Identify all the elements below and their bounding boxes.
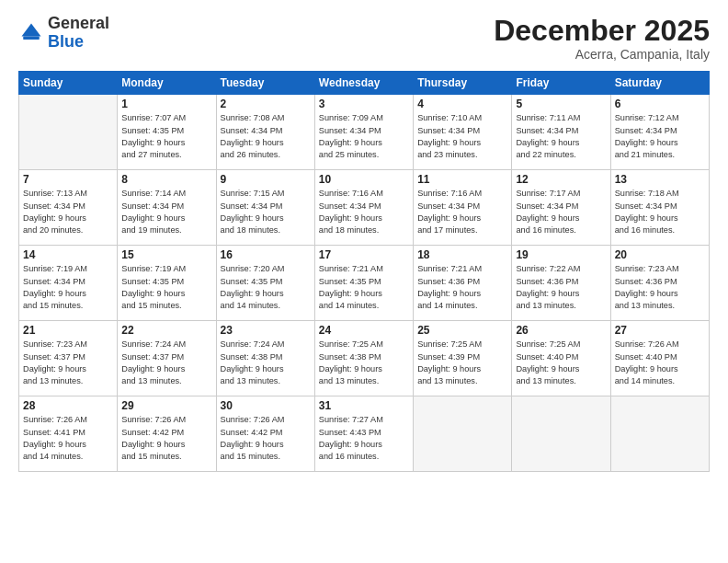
svg-marker-1 [22, 23, 41, 36]
calendar-cell: 30Sunrise: 7:26 AMSunset: 4:42 PMDayligh… [216, 396, 314, 472]
day-number: 29 [121, 399, 211, 412]
day-info: Sunrise: 7:18 AMSunset: 4:34 PMDaylight:… [615, 188, 705, 236]
calendar-table: SundayMondayTuesdayWednesdayThursdayFrid… [18, 71, 710, 472]
day-info: Sunrise: 7:21 AMSunset: 4:36 PMDaylight:… [417, 263, 507, 312]
day-number: 2 [221, 98, 311, 110]
days-header-row: SundayMondayTuesdayWednesdayThursdayFrid… [19, 72, 710, 95]
page: General Blue December 2025 Acerra, Campa… [0, 0, 728, 563]
calendar-cell: 28Sunrise: 7:26 AMSunset: 4:41 PMDayligh… [19, 396, 118, 472]
day-info: Sunrise: 7:25 AMSunset: 4:40 PMDaylight:… [516, 339, 606, 387]
logo-general: General [48, 15, 109, 33]
day-number: 22 [121, 324, 211, 337]
day-number: 12 [516, 173, 606, 186]
calendar-cell: 2Sunrise: 7:08 AMSunset: 4:34 PMDaylight… [216, 95, 314, 170]
day-info: Sunrise: 7:25 AMSunset: 4:38 PMDaylight:… [319, 339, 409, 387]
week-row-1: 7Sunrise: 7:13 AMSunset: 4:34 PMDaylight… [19, 170, 710, 246]
calendar-cell: 17Sunrise: 7:21 AMSunset: 4:35 PMDayligh… [314, 246, 413, 321]
calendar-cell: 27Sunrise: 7:26 AMSunset: 4:40 PMDayligh… [610, 321, 709, 396]
day-header-thursday: Thursday [414, 72, 512, 95]
calendar-cell: 31Sunrise: 7:27 AMSunset: 4:43 PMDayligh… [314, 396, 413, 472]
day-info: Sunrise: 7:19 AMSunset: 4:34 PMDaylight:… [23, 263, 113, 312]
day-number: 19 [516, 248, 606, 261]
day-info: Sunrise: 7:13 AMSunset: 4:34 PMDaylight:… [23, 188, 113, 236]
day-number: 4 [417, 98, 507, 110]
day-info: Sunrise: 7:16 AMSunset: 4:34 PMDaylight:… [319, 188, 409, 236]
day-header-monday: Monday [118, 72, 216, 95]
day-info: Sunrise: 7:24 AMSunset: 4:37 PMDaylight:… [121, 339, 211, 387]
calendar-cell: 21Sunrise: 7:23 AMSunset: 4:37 PMDayligh… [19, 321, 118, 396]
day-number: 5 [516, 98, 606, 110]
day-info: Sunrise: 7:20 AMSunset: 4:35 PMDaylight:… [221, 263, 311, 312]
day-info: Sunrise: 7:23 AMSunset: 4:37 PMDaylight:… [23, 339, 113, 387]
day-number: 7 [23, 173, 113, 186]
day-number: 8 [121, 173, 211, 186]
week-row-0: 1Sunrise: 7:07 AMSunset: 4:35 PMDaylight… [19, 95, 710, 170]
day-info: Sunrise: 7:09 AMSunset: 4:34 PMDaylight:… [319, 112, 409, 161]
calendar-cell: 18Sunrise: 7:21 AMSunset: 4:36 PMDayligh… [414, 246, 512, 321]
day-number: 20 [615, 248, 705, 261]
day-number: 10 [319, 173, 409, 186]
day-info: Sunrise: 7:11 AMSunset: 4:34 PMDaylight:… [516, 112, 606, 161]
week-row-4: 28Sunrise: 7:26 AMSunset: 4:41 PMDayligh… [19, 396, 710, 472]
day-header-tuesday: Tuesday [216, 72, 314, 95]
calendar-cell: 14Sunrise: 7:19 AMSunset: 4:34 PMDayligh… [19, 246, 118, 321]
day-number: 24 [319, 324, 409, 337]
day-info: Sunrise: 7:17 AMSunset: 4:34 PMDaylight:… [516, 188, 606, 236]
day-header-friday: Friday [512, 72, 610, 95]
day-number: 18 [417, 248, 507, 261]
calendar-cell: 20Sunrise: 7:23 AMSunset: 4:36 PMDayligh… [610, 246, 709, 321]
day-info: Sunrise: 7:26 AMSunset: 4:41 PMDaylight:… [23, 414, 113, 463]
calendar-cell: 10Sunrise: 7:16 AMSunset: 4:34 PMDayligh… [314, 170, 413, 246]
calendar-cell [414, 396, 512, 472]
calendar-cell: 23Sunrise: 7:24 AMSunset: 4:38 PMDayligh… [216, 321, 314, 396]
day-info: Sunrise: 7:15 AMSunset: 4:34 PMDaylight:… [221, 188, 311, 236]
day-number: 26 [516, 324, 606, 337]
day-number: 6 [615, 98, 705, 110]
logo-icon [18, 20, 44, 46]
location: Acerra, Campania, Italy [494, 47, 710, 62]
day-info: Sunrise: 7:26 AMSunset: 4:42 PMDaylight:… [221, 414, 311, 463]
calendar-cell: 29Sunrise: 7:26 AMSunset: 4:42 PMDayligh… [118, 396, 216, 472]
calendar-cell: 13Sunrise: 7:18 AMSunset: 4:34 PMDayligh… [610, 170, 709, 246]
day-info: Sunrise: 7:22 AMSunset: 4:36 PMDaylight:… [516, 263, 606, 312]
day-number: 31 [319, 399, 409, 412]
calendar-cell: 3Sunrise: 7:09 AMSunset: 4:34 PMDaylight… [314, 95, 413, 170]
calendar-cell: 4Sunrise: 7:10 AMSunset: 4:34 PMDaylight… [414, 95, 512, 170]
day-number: 25 [417, 324, 507, 337]
calendar-cell: 12Sunrise: 7:17 AMSunset: 4:34 PMDayligh… [512, 170, 610, 246]
day-number: 14 [23, 248, 113, 261]
calendar-cell: 5Sunrise: 7:11 AMSunset: 4:34 PMDaylight… [512, 95, 610, 170]
day-number: 30 [221, 399, 311, 412]
day-info: Sunrise: 7:12 AMSunset: 4:34 PMDaylight:… [615, 112, 705, 161]
day-number: 28 [23, 399, 113, 412]
day-number: 27 [615, 324, 705, 337]
header: General Blue December 2025 Acerra, Campa… [18, 15, 710, 62]
day-info: Sunrise: 7:16 AMSunset: 4:34 PMDaylight:… [417, 188, 507, 236]
day-info: Sunrise: 7:27 AMSunset: 4:43 PMDaylight:… [319, 414, 409, 463]
day-header-saturday: Saturday [610, 72, 709, 95]
title-block: December 2025 Acerra, Campania, Italy [494, 15, 710, 62]
day-info: Sunrise: 7:26 AMSunset: 4:40 PMDaylight:… [615, 339, 705, 387]
day-number: 21 [23, 324, 113, 337]
day-info: Sunrise: 7:25 AMSunset: 4:39 PMDaylight:… [417, 339, 507, 387]
calendar-cell [610, 396, 709, 472]
logo: General Blue [18, 15, 109, 52]
day-number: 17 [319, 248, 409, 261]
month-title: December 2025 [494, 15, 710, 47]
calendar-cell: 6Sunrise: 7:12 AMSunset: 4:34 PMDaylight… [610, 95, 709, 170]
day-number: 9 [221, 173, 311, 186]
week-row-3: 21Sunrise: 7:23 AMSunset: 4:37 PMDayligh… [19, 321, 710, 396]
calendar-cell: 16Sunrise: 7:20 AMSunset: 4:35 PMDayligh… [216, 246, 314, 321]
day-number: 13 [615, 173, 705, 186]
calendar-cell: 7Sunrise: 7:13 AMSunset: 4:34 PMDaylight… [19, 170, 118, 246]
day-info: Sunrise: 7:24 AMSunset: 4:38 PMDaylight:… [221, 339, 311, 387]
day-info: Sunrise: 7:14 AMSunset: 4:34 PMDaylight:… [121, 188, 211, 236]
calendar-cell: 8Sunrise: 7:14 AMSunset: 4:34 PMDaylight… [118, 170, 216, 246]
logo-blue: Blue [48, 33, 109, 52]
calendar-cell: 24Sunrise: 7:25 AMSunset: 4:38 PMDayligh… [314, 321, 413, 396]
day-info: Sunrise: 7:07 AMSunset: 4:35 PMDaylight:… [121, 112, 211, 161]
day-info: Sunrise: 7:10 AMSunset: 4:34 PMDaylight:… [417, 112, 507, 161]
day-number: 3 [319, 98, 409, 110]
day-number: 11 [417, 173, 507, 186]
day-number: 16 [221, 248, 311, 261]
